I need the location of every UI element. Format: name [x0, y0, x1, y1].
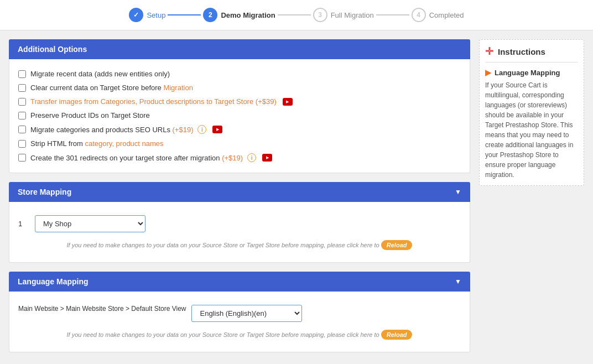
- connector-1: [168, 14, 201, 15]
- lang-reload-button[interactable]: Reload: [381, 330, 413, 340]
- step-setup: ✓ Setup: [129, 8, 165, 22]
- step-circle-full: 3: [313, 8, 327, 22]
- option-row-1: Migrate recent data (adds new entities o…: [18, 67, 461, 81]
- additional-options-header: Additional Options: [9, 39, 470, 59]
- step-circle-demo: 2: [203, 8, 217, 22]
- help-icon: ✛: [485, 45, 493, 58]
- option-label-1: Migrate recent data (adds new entities o…: [30, 70, 170, 78]
- option-row-6: Strip HTML from category, product names: [18, 137, 461, 150]
- additional-options-section: Additional Options Migrate recent data (…: [9, 39, 470, 173]
- right-panel: ✛ Instructions ▶ Language Mapping If you…: [479, 39, 584, 364]
- store-reload-text: If you need to make changes to your data…: [67, 242, 379, 248]
- store-mapping-dropdown[interactable]: My Shop: [35, 215, 145, 232]
- language-mapping-dropdown[interactable]: English (English)(en): [191, 305, 302, 322]
- option-checkbox-5[interactable]: [18, 126, 26, 133]
- option-checkbox-2[interactable]: [18, 84, 26, 92]
- connector-3: [376, 14, 409, 15]
- step-label-demo: Demo Migration: [221, 11, 275, 19]
- store-mapping-title: Store Mapping: [18, 188, 71, 196]
- store-reload-button[interactable]: Reload: [381, 240, 413, 250]
- language-source-label: Main Website > Main Website Store > Defa…: [18, 305, 186, 313]
- instructions-panel: ✛ Instructions ▶ Language Mapping If you…: [479, 39, 584, 186]
- arrow-icon: ▶: [485, 68, 491, 77]
- language-mapping-row: Main Website > Main Website Store > Defa…: [18, 299, 461, 327]
- connector-2: [278, 14, 311, 15]
- store-mapping-reload-info: If you need to make changes to your data…: [18, 238, 461, 254]
- step-label-completed: Completed: [429, 11, 464, 19]
- youtube-icon-3[interactable]: [283, 98, 293, 106]
- language-mapping-header: Language Mapping ▼: [9, 272, 470, 292]
- language-mapping-body: Main Website > Main Website Store > Defa…: [9, 292, 470, 352]
- step-circle-setup: ✓: [129, 8, 143, 22]
- store-mapping-row: 1 My Shop: [18, 210, 461, 238]
- option-label-7: Create the 301 redirects on your target …: [30, 154, 243, 162]
- step-full-migration: 3 Full Migration: [313, 8, 374, 22]
- store-mapping-section: Store Mapping ▼ 1 My Shop If you need to…: [9, 182, 470, 263]
- language-mapping-title: Language Mapping: [18, 277, 89, 286]
- left-panel: Additional Options Migrate recent data (…: [9, 39, 470, 364]
- option-row-5: Migrate categories and products SEO URLs…: [18, 122, 461, 137]
- stepper: ✓ Setup 2 Demo Migration 3 Full Migratio…: [0, 8, 593, 22]
- youtube-icon-7[interactable]: [262, 154, 272, 162]
- lang-reload-text: If you need to make changes to your data…: [67, 331, 379, 338]
- option-checkbox-6[interactable]: [18, 140, 26, 148]
- skip-demo-row: Skip Demo Migration: [9, 361, 470, 364]
- language-reload-info: If you need to make changes to your data…: [18, 327, 461, 344]
- step-label-full: Full Migration: [331, 11, 374, 19]
- option-row-7: Create the 301 redirects on your target …: [18, 150, 461, 165]
- option-label-4: Preserve Product IDs on Target Store: [30, 111, 150, 119]
- top-bar: ✓ Setup 2 Demo Migration 3 Full Migratio…: [0, 0, 593, 30]
- option-label-6: Strip HTML from category, product names: [30, 139, 164, 148]
- option-row-4: Preserve Product IDs on Target Store: [18, 108, 461, 122]
- option-checkbox-3[interactable]: [18, 98, 26, 106]
- option-label-3: Transfer images from Categories, Product…: [30, 97, 277, 106]
- store-mapping-body: 1 My Shop If you need to make changes to…: [9, 202, 470, 263]
- store-mapping-chevron[interactable]: ▼: [455, 188, 461, 196]
- option-row-3: Transfer images from Categories, Product…: [18, 95, 461, 108]
- instructions-section-title: Language Mapping: [495, 69, 560, 77]
- instructions-title: Instructions: [498, 47, 545, 56]
- store-mapping-number: 1: [18, 220, 29, 228]
- option-label-5: Migrate categories and products SEO URLs…: [30, 126, 193, 134]
- option-checkbox-7[interactable]: [18, 154, 26, 162]
- instructions-title-row: ✛ Instructions: [485, 45, 578, 63]
- option-row-2: Clear current data on Target Store befor…: [18, 81, 461, 95]
- language-mapping-section: Language Mapping ▼ Main Website > Main W…: [9, 272, 470, 352]
- step-demo-migration: 2 Demo Migration: [203, 8, 275, 22]
- info-icon-5[interactable]: i: [197, 125, 206, 134]
- option-checkbox-4[interactable]: [18, 112, 26, 119]
- additional-options-title: Additional Options: [18, 45, 87, 54]
- step-label-setup: Setup: [147, 11, 165, 19]
- youtube-icon-5[interactable]: [212, 126, 222, 133]
- instructions-description: If your Source Cart is multilingual, cor…: [485, 80, 578, 180]
- info-icon-7[interactable]: i: [247, 153, 256, 162]
- instructions-section-title-row: ▶ Language Mapping: [485, 68, 578, 77]
- store-mapping-header: Store Mapping ▼: [9, 182, 470, 202]
- step-completed: 4 Completed: [412, 8, 464, 22]
- option-checkbox-1[interactable]: [18, 70, 26, 78]
- additional-options-body: Migrate recent data (adds new entities o…: [9, 59, 470, 173]
- option-label-2: Clear current data on Target Store befor…: [30, 84, 193, 92]
- language-mapping-chevron[interactable]: ▼: [455, 278, 461, 285]
- step-circle-completed: 4: [412, 8, 426, 22]
